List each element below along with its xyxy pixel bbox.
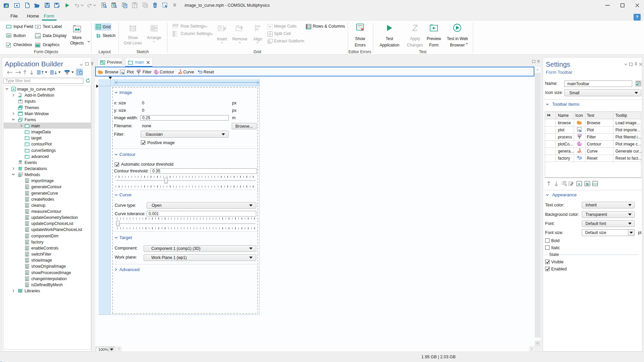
svg-text:T: T bbox=[37, 25, 39, 29]
svg-text:OK: OK bbox=[7, 35, 11, 37]
svg-text:1.23: 1.23 bbox=[130, 28, 135, 31]
svg-text:1.23: 1.23 bbox=[35, 35, 40, 38]
